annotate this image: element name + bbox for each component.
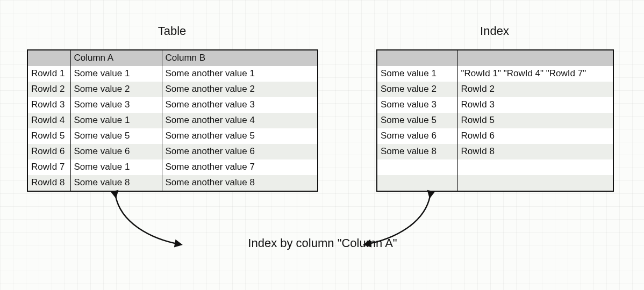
header-cell	[27, 50, 70, 66]
index-table: Some value 1 "RowId 1" "RowId 4" "RowId …	[376, 49, 614, 192]
table-row: RowId 4 Some value 1 Some another value …	[27, 113, 318, 128]
table-cell: RowId 4	[27, 113, 70, 128]
table-cell: RowId 8	[457, 144, 613, 160]
caption: Index by column "Column A"	[183, 236, 462, 250]
table-cell: RowId 5	[457, 113, 613, 128]
table-cell	[457, 175, 613, 191]
table-row: RowId 5 Some value 5 Some another value …	[27, 128, 318, 144]
table-cell: RowId 1	[27, 66, 70, 82]
table-cell: RowId 8	[27, 175, 70, 191]
table-title: Table	[27, 24, 317, 38]
table-cell: Some another value 2	[162, 82, 318, 97]
data-table: Column A Column B RowId 1 Some value 1 S…	[27, 49, 318, 192]
header-cell: Column B	[162, 50, 318, 66]
table-cell: Some value 1	[70, 113, 162, 128]
table-cell: Some another value 6	[162, 144, 318, 160]
index-title: Index	[376, 24, 613, 38]
table-row	[377, 160, 613, 175]
table-cell: Some another value 8	[162, 175, 318, 191]
table-cell: Some value 2	[377, 82, 457, 97]
table-cell: Some value 1	[377, 66, 457, 82]
table-cell: Some value 3	[70, 97, 162, 113]
table-cell: Some value 2	[70, 82, 162, 97]
table-row: Some value 6 RowId 6	[377, 128, 613, 144]
table-row: RowId 7 Some value 1 Some another value …	[27, 160, 318, 175]
table-cell: Some value 6	[70, 144, 162, 160]
table-cell	[457, 160, 613, 175]
table-cell: RowId 3	[457, 97, 613, 113]
table-row: RowId 3 Some value 3 Some another value …	[27, 97, 318, 113]
table-cell: "RowId 1" "RowId 4" "RowId 7"	[457, 66, 613, 82]
table-header-row	[377, 50, 613, 66]
table-cell: RowId 6	[457, 128, 613, 144]
table-row: Some value 5 RowId 5	[377, 113, 613, 128]
header-cell: Column A	[70, 50, 162, 66]
table-row	[377, 175, 613, 191]
table-cell: RowId 3	[27, 97, 70, 113]
table-cell: Some value 8	[70, 175, 162, 191]
table-row: RowId 8 Some value 8 Some another value …	[27, 175, 318, 191]
table-row: Some value 2 RowId 2	[377, 82, 613, 97]
table-cell: Some value 1	[70, 160, 162, 175]
table-header-row: Column A Column B	[27, 50, 318, 66]
table-cell: Some value 1	[70, 66, 162, 82]
table-cell: Some value 5	[377, 113, 457, 128]
table-cell	[377, 160, 457, 175]
table-cell: RowId 7	[27, 160, 70, 175]
table-cell: RowId 5	[27, 128, 70, 144]
table-row: Some value 8 RowId 8	[377, 144, 613, 160]
table-cell: Some another value 5	[162, 128, 318, 144]
table-cell: Some value 5	[70, 128, 162, 144]
table-cell: Some value 8	[377, 144, 457, 160]
table-cell: RowId 2	[457, 82, 613, 97]
table-cell: Some value 6	[377, 128, 457, 144]
table-row: RowId 2 Some value 2 Some another value …	[27, 82, 318, 97]
table-cell: Some another value 3	[162, 97, 318, 113]
table-cell: Some another value 4	[162, 113, 318, 128]
table-row: Some value 3 RowId 3	[377, 97, 613, 113]
table-row: RowId 6 Some value 6 Some another value …	[27, 144, 318, 160]
header-cell	[457, 50, 613, 66]
table-cell: Some another value 1	[162, 66, 318, 82]
table-cell: RowId 6	[27, 144, 70, 160]
table-row: Some value 1 "RowId 1" "RowId 4" "RowId …	[377, 66, 613, 82]
header-cell	[377, 50, 457, 66]
table-cell	[377, 175, 457, 191]
table-cell: Some another value 7	[162, 160, 318, 175]
table-cell: RowId 2	[27, 82, 70, 97]
table-cell: Some value 3	[377, 97, 457, 113]
table-row: RowId 1 Some value 1 Some another value …	[27, 66, 318, 82]
